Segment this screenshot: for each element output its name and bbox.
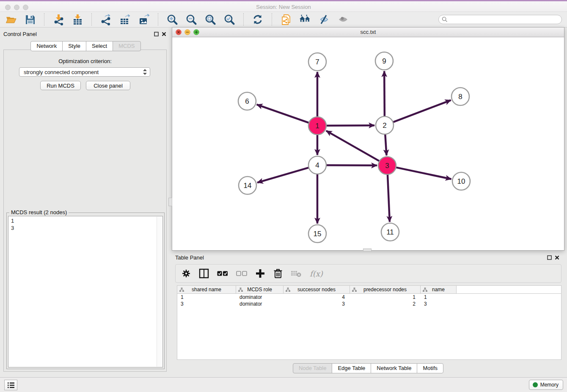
column-header-MCDS-role[interactable]: MCDS role bbox=[236, 286, 284, 293]
eye-icon bbox=[337, 14, 349, 25]
show-all-button[interactable] bbox=[337, 14, 349, 25]
refresh-layout-button[interactable] bbox=[252, 14, 264, 25]
import-network-button[interactable] bbox=[52, 14, 64, 25]
node-2[interactable]: 2 bbox=[376, 116, 394, 134]
edge-1-6[interactable] bbox=[257, 105, 309, 123]
tab-network[interactable]: Network bbox=[30, 41, 63, 51]
import-table-button[interactable] bbox=[72, 14, 83, 25]
tab-network-table[interactable]: Network Table bbox=[371, 363, 417, 373]
column-header-predecessor-nodes[interactable]: predecessor nodes bbox=[350, 286, 421, 293]
export-network-button[interactable] bbox=[100, 14, 112, 25]
search-input[interactable] bbox=[438, 15, 562, 24]
list-icon bbox=[7, 382, 15, 389]
open-session-button[interactable] bbox=[5, 14, 17, 25]
toolbar-separator bbox=[158, 13, 158, 26]
edge-2-9[interactable] bbox=[384, 71, 385, 116]
new-network-from-selection-icon bbox=[281, 14, 292, 25]
horizontal-split-grip[interactable] bbox=[363, 248, 372, 251]
cell-shared-name[interactable]: 3 bbox=[177, 301, 236, 307]
export-image-button[interactable] bbox=[138, 14, 150, 25]
close-panel-icon[interactable] bbox=[162, 32, 166, 36]
edge-2-3[interactable] bbox=[385, 134, 386, 155]
tab-node-table[interactable]: Node Table bbox=[293, 363, 333, 373]
svg-text:6: 6 bbox=[245, 97, 249, 105]
first-neighbors-button[interactable] bbox=[299, 14, 311, 25]
node-1[interactable]: 1 bbox=[308, 117, 326, 135]
run-mcds-button[interactable]: Run MCDS bbox=[40, 81, 81, 90]
node-7[interactable]: 7 bbox=[308, 53, 326, 71]
save-session-button[interactable] bbox=[24, 14, 36, 25]
deselect-all-checkboxes-icon[interactable] bbox=[236, 271, 247, 276]
criterion-dropdown[interactable]: strongly connected component bbox=[19, 67, 150, 77]
task-history-button[interactable] bbox=[4, 380, 17, 390]
cell-name[interactable]: 3 bbox=[421, 301, 457, 307]
node-8[interactable]: 8 bbox=[451, 88, 469, 105]
result-scrollbar[interactable] bbox=[157, 217, 162, 367]
hide-selected-button[interactable] bbox=[318, 14, 330, 25]
node-11[interactable]: 11 bbox=[381, 223, 399, 241]
node-10[interactable]: 10 bbox=[452, 172, 470, 190]
close-panel-button[interactable]: Close panel bbox=[86, 81, 130, 90]
network-window-titlebar[interactable]: scc.txt bbox=[172, 28, 564, 37]
network-graph[interactable]: 7968124314101511 bbox=[172, 37, 564, 250]
tab-edge-table[interactable]: Edge Table bbox=[332, 363, 371, 373]
export-table-button[interactable] bbox=[119, 14, 131, 25]
zoom-in-button[interactable] bbox=[166, 14, 178, 25]
edge-3-11[interactable] bbox=[388, 174, 390, 222]
toggle-panes-icon[interactable] bbox=[199, 268, 209, 279]
node-4[interactable]: 4 bbox=[308, 156, 326, 174]
close-table-panel-icon[interactable] bbox=[555, 255, 559, 260]
node-table-body[interactable]: 1dominator4113dominator323 bbox=[177, 294, 561, 307]
table-row[interactable]: 3dominator323 bbox=[177, 301, 561, 307]
node-14[interactable]: 14 bbox=[239, 177, 256, 194]
control-panel-tabs: NetworkStyleSelectMCDS bbox=[3, 41, 168, 51]
node-3[interactable]: 3 bbox=[378, 157, 396, 174]
float-table-panel-icon[interactable] bbox=[547, 255, 552, 260]
column-header-name[interactable]: name bbox=[421, 286, 457, 293]
cell-name[interactable]: 1 bbox=[421, 294, 457, 301]
new-network-from-selection-button[interactable] bbox=[280, 14, 292, 25]
node-9[interactable]: 9 bbox=[375, 52, 393, 70]
toolbar-separator bbox=[91, 13, 92, 26]
memory-button[interactable]: Memory bbox=[529, 380, 563, 390]
cell-MCDS-role[interactable]: dominator bbox=[236, 294, 284, 301]
cell-shared-name[interactable]: 1 bbox=[177, 294, 236, 301]
edge-4-3[interactable] bbox=[326, 165, 377, 166]
svg-text:3: 3 bbox=[385, 162, 389, 170]
cell-predecessor-nodes[interactable]: 1 bbox=[350, 294, 421, 301]
edge-2-8[interactable] bbox=[393, 100, 451, 122]
node-6[interactable]: 6 bbox=[238, 92, 256, 110]
tab-motifs[interactable]: Motifs bbox=[417, 363, 443, 373]
search-icon bbox=[442, 17, 448, 22]
mcds-result-text[interactable]: 1 3 bbox=[8, 216, 163, 367]
tab-select[interactable]: Select bbox=[86, 41, 113, 51]
float-panel-icon[interactable] bbox=[154, 32, 159, 36]
edge-4-14[interactable] bbox=[257, 168, 309, 182]
column-header-successor-nodes[interactable]: successor nodes bbox=[284, 286, 350, 293]
status-bar: Memory bbox=[0, 377, 567, 392]
column-settings-gear-icon[interactable] bbox=[182, 269, 191, 278]
network-canvas[interactable]: 7968124314101511 bbox=[172, 37, 564, 250]
zoom-fit-button[interactable] bbox=[204, 14, 216, 25]
node-table[interactable]: shared nameMCDS rolesuccessor nodesprede… bbox=[177, 285, 561, 360]
node-15[interactable]: 15 bbox=[308, 225, 326, 243]
cell-successor-nodes[interactable]: 4 bbox=[284, 294, 350, 301]
svg-text:9: 9 bbox=[382, 57, 386, 65]
table-row[interactable]: 1dominator411 bbox=[177, 294, 561, 301]
tab-style[interactable]: Style bbox=[62, 41, 86, 51]
add-row-icon[interactable] bbox=[255, 268, 265, 279]
tab-mcds[interactable]: MCDS bbox=[113, 41, 140, 51]
vertical-split-grip[interactable] bbox=[168, 198, 172, 206]
delete-row-trash-icon[interactable] bbox=[273, 268, 283, 279]
column-header-shared-name[interactable]: shared name bbox=[177, 286, 236, 293]
cell-predecessor-nodes[interactable]: 2 bbox=[350, 301, 421, 307]
edge-1-2[interactable] bbox=[326, 125, 374, 126]
edge-3-10[interactable] bbox=[396, 167, 451, 179]
zoom-out-button[interactable] bbox=[185, 14, 197, 25]
cell-successor-nodes[interactable]: 3 bbox=[284, 301, 350, 307]
node-table-header[interactable]: shared nameMCDS rolesuccessor nodesprede… bbox=[177, 286, 561, 294]
cell-MCDS-role[interactable]: dominator bbox=[236, 301, 284, 307]
zoom-selected-button[interactable] bbox=[223, 14, 235, 25]
edge-3-1[interactable] bbox=[326, 131, 380, 161]
select-all-checkboxes-icon[interactable] bbox=[217, 271, 228, 276]
